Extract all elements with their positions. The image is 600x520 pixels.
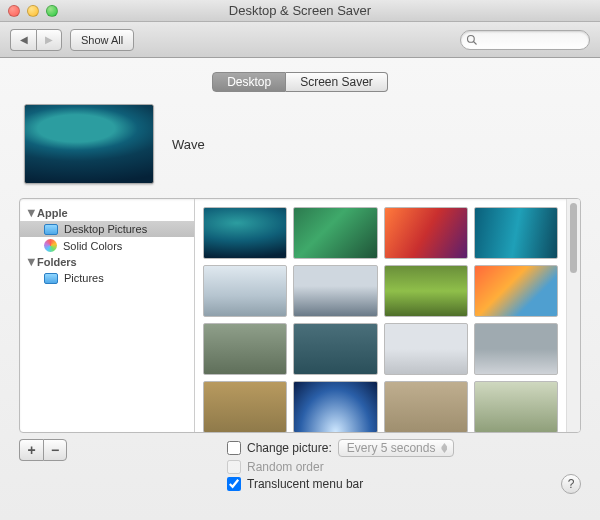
wallpaper-thumb[interactable] <box>384 381 468 432</box>
options: Change picture: Every 5 seconds Random o… <box>227 439 454 494</box>
scrollbar[interactable] <box>566 199 580 432</box>
change-picture-checkbox[interactable] <box>227 441 241 455</box>
search-icon <box>466 34 478 46</box>
close-button[interactable] <box>8 5 20 17</box>
tab-desktop[interactable]: Desktop <box>212 72 286 92</box>
wallpaper-thumb[interactable] <box>384 265 468 317</box>
add-remove-buttons: + − <box>19 439 67 461</box>
add-folder-button[interactable]: + <box>19 439 43 461</box>
translucent-row: Translucent menu bar <box>227 477 454 491</box>
folder-icon <box>44 224 58 235</box>
color-wheel-icon <box>44 239 57 252</box>
wallpaper-thumb[interactable] <box>203 207 287 259</box>
toolbar: ◀ ▶ Show All <box>0 22 600 58</box>
wallpaper-thumb[interactable] <box>474 381 558 432</box>
titlebar: Desktop & Screen Saver <box>0 0 600 22</box>
source-sidebar[interactable]: ▶Apple Desktop Pictures Solid Colors ▶Fo… <box>20 199 195 432</box>
wallpaper-thumb[interactable] <box>293 265 377 317</box>
svg-point-0 <box>468 35 475 42</box>
help-button[interactable]: ? <box>561 474 581 494</box>
wallpaper-thumb[interactable] <box>293 381 377 432</box>
wallpaper-name: Wave <box>172 137 205 152</box>
window-controls <box>8 5 58 17</box>
forward-icon: ▶ <box>45 34 53 45</box>
scroll-thumb[interactable] <box>570 203 577 273</box>
sidebar-item-desktop-pictures[interactable]: Desktop Pictures <box>20 221 194 237</box>
wallpaper-grid <box>195 199 566 432</box>
back-icon: ◀ <box>20 34 28 45</box>
preview-row: Wave <box>24 104 576 184</box>
forward-button[interactable]: ▶ <box>36 29 62 51</box>
wallpaper-thumb[interactable] <box>293 207 377 259</box>
search-field[interactable] <box>460 30 590 50</box>
back-button[interactable]: ◀ <box>10 29 36 51</box>
random-order-row: Random order <box>227 460 454 474</box>
zoom-button[interactable] <box>46 5 58 17</box>
wallpaper-thumb[interactable] <box>474 323 558 375</box>
footer: + − Change picture: Every 5 seconds Rand… <box>19 439 581 494</box>
show-all-button[interactable]: Show All <box>70 29 134 51</box>
wallpaper-thumb[interactable] <box>293 323 377 375</box>
sidebar-group-folders[interactable]: ▶Folders <box>20 254 194 270</box>
wallpaper-thumb[interactable] <box>203 265 287 317</box>
sidebar-group-apple[interactable]: ▶Apple <box>20 205 194 221</box>
sidebar-item-pictures[interactable]: Pictures <box>20 270 194 286</box>
random-order-checkbox <box>227 460 241 474</box>
nav-buttons: ◀ ▶ <box>10 29 62 51</box>
wallpaper-browser: ▶Apple Desktop Pictures Solid Colors ▶Fo… <box>19 198 581 433</box>
content-pane: Desktop Screen Saver Wave ▶Apple Desktop… <box>0 58 600 520</box>
search-input[interactable] <box>460 30 590 50</box>
change-picture-label: Change picture: <box>247 441 332 455</box>
change-interval-select[interactable]: Every 5 seconds <box>338 439 455 457</box>
svg-line-1 <box>474 41 477 44</box>
wallpaper-preview <box>24 104 154 184</box>
wallpaper-thumb[interactable] <box>203 381 287 432</box>
disclosure-icon: ▶ <box>27 210 37 217</box>
wallpaper-thumb[interactable] <box>203 323 287 375</box>
tab-screensaver[interactable]: Screen Saver <box>286 72 388 92</box>
translucent-checkbox[interactable] <box>227 477 241 491</box>
random-order-label: Random order <box>247 460 324 474</box>
wallpaper-thumb[interactable] <box>474 265 558 317</box>
folder-icon <box>44 273 58 284</box>
wallpaper-thumb[interactable] <box>384 323 468 375</box>
translucent-label: Translucent menu bar <box>247 477 363 491</box>
minimize-button[interactable] <box>27 5 39 17</box>
disclosure-icon: ▶ <box>27 259 37 266</box>
remove-folder-button[interactable]: − <box>43 439 67 461</box>
sidebar-item-solid-colors[interactable]: Solid Colors <box>20 237 194 254</box>
change-picture-row: Change picture: Every 5 seconds <box>227 439 454 457</box>
window-title: Desktop & Screen Saver <box>0 3 600 18</box>
wallpaper-thumb[interactable] <box>474 207 558 259</box>
tab-bar: Desktop Screen Saver <box>14 72 586 92</box>
wallpaper-thumb[interactable] <box>384 207 468 259</box>
